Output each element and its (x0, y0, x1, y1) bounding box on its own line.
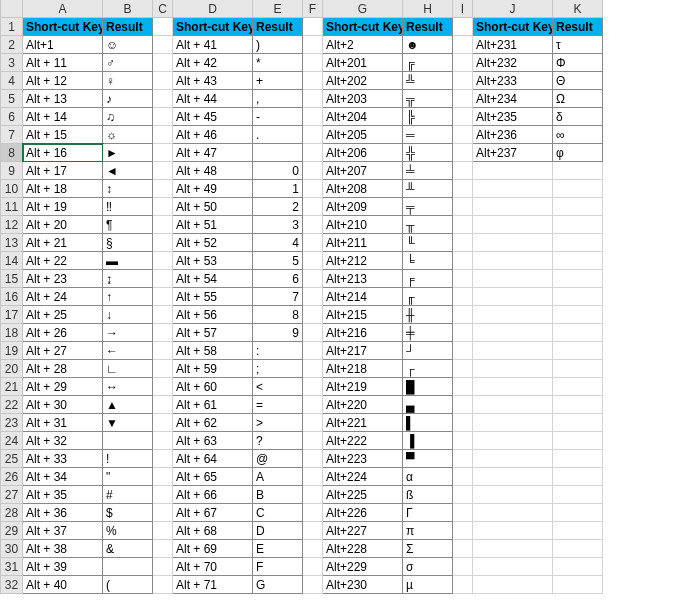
shortcut-key[interactable]: Alt+231 (473, 36, 553, 54)
col-header-F[interactable]: F (303, 0, 323, 18)
shortcut-key[interactable]: Alt+217 (323, 342, 403, 360)
shortcut-result[interactable]: ↔ (103, 378, 153, 396)
shortcut-key[interactable]: Alt+210 (323, 216, 403, 234)
cell-F24[interactable] (303, 432, 323, 450)
shortcut-key[interactable]: Alt + 59 (173, 360, 253, 378)
cell-F1[interactable] (303, 18, 323, 36)
shortcut-key[interactable]: Alt + 43 (173, 72, 253, 90)
shortcut-key[interactable]: Alt+223 (323, 450, 403, 468)
cell-I14[interactable] (453, 252, 473, 270)
cell-K28[interactable] (553, 504, 603, 522)
cell-J20[interactable] (473, 360, 553, 378)
shortcut-key[interactable]: Alt+2 (323, 36, 403, 54)
shortcut-key[interactable]: Alt + 19 (23, 198, 103, 216)
shortcut-key[interactable]: Alt + 68 (173, 522, 253, 540)
cell-J31[interactable] (473, 558, 553, 576)
shortcut-result[interactable]: ♪ (103, 90, 153, 108)
shortcut-key[interactable]: Alt+220 (323, 396, 403, 414)
shortcut-key[interactable]: Alt+237 (473, 144, 553, 162)
shortcut-key[interactable]: Alt + 57 (173, 324, 253, 342)
cell-C26[interactable] (153, 468, 173, 486)
shortcut-key[interactable]: Alt + 44 (173, 90, 253, 108)
cell-K10[interactable] (553, 180, 603, 198)
cell-I18[interactable] (453, 324, 473, 342)
cell-K16[interactable] (553, 288, 603, 306)
shortcut-key[interactable]: Alt + 40 (23, 576, 103, 594)
col-header-G[interactable]: G (323, 0, 403, 18)
cell-F6[interactable] (303, 108, 323, 126)
shortcut-key[interactable]: Alt+218 (323, 360, 403, 378)
cell-C14[interactable] (153, 252, 173, 270)
cell-J9[interactable] (473, 162, 553, 180)
cell-K15[interactable] (553, 270, 603, 288)
cell-J18[interactable] (473, 324, 553, 342)
shortcut-key[interactable]: Alt + 46 (173, 126, 253, 144)
shortcut-key[interactable]: Alt + 27 (23, 342, 103, 360)
shortcut-result[interactable]: σ (403, 558, 453, 576)
shortcut-key[interactable]: Alt + 41 (173, 36, 253, 54)
shortcut-result[interactable]: ¶ (103, 216, 153, 234)
cell-F5[interactable] (303, 90, 323, 108)
shortcut-key[interactable]: Alt + 15 (23, 126, 103, 144)
row-header-1[interactable]: 1 (1, 18, 23, 36)
cell-F9[interactable] (303, 162, 323, 180)
shortcut-key[interactable]: Alt+207 (323, 162, 403, 180)
cell-C10[interactable] (153, 180, 173, 198)
shortcut-key[interactable]: Alt + 29 (23, 378, 103, 396)
shortcut-key[interactable]: Alt+215 (323, 306, 403, 324)
shortcut-key[interactable]: Alt + 38 (23, 540, 103, 558)
shortcut-result[interactable]: τ (553, 36, 603, 54)
cell-F18[interactable] (303, 324, 323, 342)
shortcut-result[interactable]: ♀ (103, 72, 153, 90)
shortcut-key[interactable]: Alt+211 (323, 234, 403, 252)
shortcut-result[interactable]: ▀ (403, 450, 453, 468)
row-header-4[interactable]: 4 (1, 72, 23, 90)
cell-C29[interactable] (153, 522, 173, 540)
cell-J21[interactable] (473, 378, 553, 396)
shortcut-key[interactable]: Alt + 49 (173, 180, 253, 198)
shortcut-key[interactable]: Alt + 39 (23, 558, 103, 576)
shortcut-key[interactable]: Alt + 47 (173, 144, 253, 162)
cell-C7[interactable] (153, 126, 173, 144)
cell-I20[interactable] (453, 360, 473, 378)
cell-I17[interactable] (453, 306, 473, 324)
cell-C23[interactable] (153, 414, 173, 432)
cell-C25[interactable] (153, 450, 173, 468)
cell-I23[interactable] (453, 414, 473, 432)
shortcut-key[interactable]: Alt + 18 (23, 180, 103, 198)
shortcut-key[interactable]: Alt + 36 (23, 504, 103, 522)
shortcut-result[interactable]: ∟ (103, 360, 153, 378)
row-header-6[interactable]: 6 (1, 108, 23, 126)
row-header-7[interactable]: 7 (1, 126, 23, 144)
shortcut-result[interactable]: ╧ (403, 162, 453, 180)
cell-J19[interactable] (473, 342, 553, 360)
col-header-B[interactable]: B (103, 0, 153, 18)
cell-C17[interactable] (153, 306, 173, 324)
row-header-21[interactable]: 21 (1, 378, 23, 396)
shortcut-result[interactable]: & (103, 540, 153, 558)
shortcut-result[interactable]: ╒ (403, 270, 453, 288)
shortcut-key[interactable]: Alt + 58 (173, 342, 253, 360)
cell-J25[interactable] (473, 450, 553, 468)
shortcut-result[interactable]: , (253, 90, 303, 108)
cell-J17[interactable] (473, 306, 553, 324)
cell-I5[interactable] (453, 90, 473, 108)
shortcut-result[interactable]: % (103, 522, 153, 540)
cell-F8[interactable] (303, 144, 323, 162)
cell-K30[interactable] (553, 540, 603, 558)
cell-J22[interactable] (473, 396, 553, 414)
cell-F2[interactable] (303, 36, 323, 54)
shortcut-key[interactable]: Alt+212 (323, 252, 403, 270)
cell-C21[interactable] (153, 378, 173, 396)
row-header-30[interactable]: 30 (1, 540, 23, 558)
cell-I2[interactable] (453, 36, 473, 54)
cell-C9[interactable] (153, 162, 173, 180)
cell-F3[interactable] (303, 54, 323, 72)
cell-F12[interactable] (303, 216, 323, 234)
cell-I4[interactable] (453, 72, 473, 90)
cell-C15[interactable] (153, 270, 173, 288)
shortcut-key[interactable]: Alt+229 (323, 558, 403, 576)
shortcut-result[interactable]: ╥ (403, 216, 453, 234)
shortcut-key[interactable]: Alt + 26 (23, 324, 103, 342)
cell-F28[interactable] (303, 504, 323, 522)
